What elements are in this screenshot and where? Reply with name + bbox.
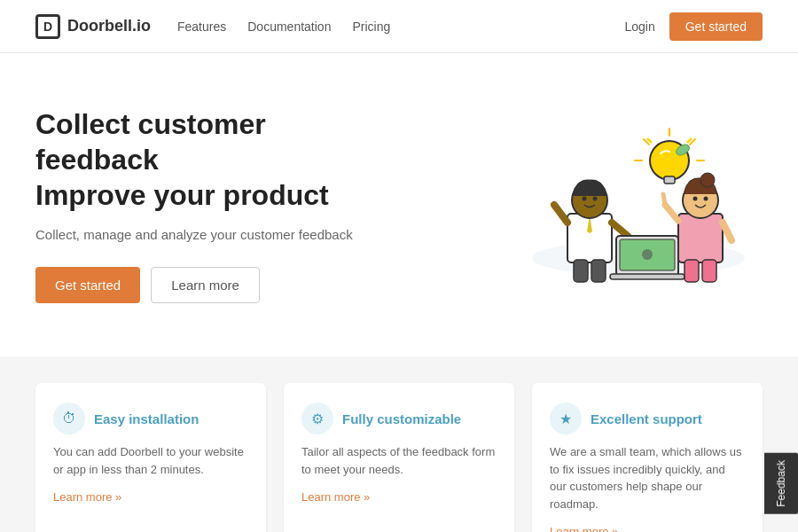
svg-line-4 (647, 138, 652, 143)
svg-rect-34 (702, 260, 716, 282)
svg-line-17 (554, 205, 567, 223)
logo[interactable]: D Doorbell.io (35, 14, 151, 39)
feature-link-fully-customizable[interactable]: Learn more » (301, 490, 370, 504)
svg-point-28 (693, 197, 698, 201)
svg-line-32 (723, 223, 732, 240)
login-button[interactable]: Login (624, 20, 654, 34)
svg-line-31 (663, 194, 665, 205)
nav-pricing[interactable]: Pricing (352, 20, 390, 34)
feature-link-excellent-support[interactable]: Learn more » (550, 525, 618, 532)
hero-subtitle: Collect, manage and analyze your custome… (35, 227, 390, 242)
hero-get-started-button[interactable]: Get started (35, 267, 140, 303)
feature-icon-fully-customizable: ⚙ (301, 403, 333, 434)
hero-illustration (514, 116, 763, 293)
svg-line-5 (687, 138, 692, 143)
svg-rect-33 (685, 260, 699, 282)
svg-point-16 (593, 197, 598, 201)
hero-section: Collect customer feedback Improve your p… (0, 53, 798, 356)
feature-card-easy-installation: ⏱ Easy installation You can add Doorbell… (35, 383, 266, 532)
navbar-actions: Login Get started (624, 12, 763, 41)
feature-title-fully-customizable: Fully customizable (342, 411, 461, 426)
hero-content: Collect customer feedback Improve your p… (35, 106, 390, 303)
navbar: D Doorbell.io Features Documentation Pri… (0, 0, 798, 53)
svg-point-23 (642, 249, 653, 260)
feature-desc-fully-customizable: Tailor all aspects of the feedback form … (301, 443, 497, 478)
feature-title-easy-installation: Easy installation (94, 411, 199, 426)
feature-header-easy-installation: ⏱ Easy installation (53, 403, 248, 434)
feature-desc-easy-installation: You can add Doorbell to your website or … (53, 443, 248, 478)
svg-rect-20 (591, 260, 606, 282)
feedback-button[interactable]: Feedback (764, 453, 798, 514)
svg-line-18 (612, 223, 628, 236)
logo-icon: D (35, 14, 60, 39)
nav-links: Features Documentation Pricing (177, 20, 624, 34)
feature-icon-easy-installation: ⏱ (53, 403, 85, 434)
svg-rect-19 (574, 260, 588, 282)
logo-text: Doorbell.io (67, 17, 151, 35)
hero-title: Collect customer feedback Improve your p… (35, 106, 390, 213)
nav-documentation[interactable]: Documentation (247, 20, 331, 34)
svg-rect-25 (678, 214, 723, 262)
svg-point-15 (583, 197, 587, 201)
svg-point-29 (704, 197, 708, 201)
feature-link-easy-installation[interactable]: Learn more » (53, 490, 121, 504)
features-section: ⏱ Easy installation You can add Doorbell… (0, 356, 798, 532)
feature-card-fully-customizable: ⚙ Fully customizable Tailor all aspects … (284, 383, 514, 532)
svg-rect-24 (610, 274, 685, 279)
hero-buttons: Get started Learn more (35, 267, 390, 303)
feature-icon-excellent-support: ★ (550, 403, 582, 434)
svg-line-30 (665, 205, 678, 221)
feature-header-excellent-support: ★ Excellent support (550, 403, 745, 434)
svg-rect-2 (664, 176, 675, 184)
svg-point-27 (700, 173, 715, 187)
hero-learn-more-button[interactable]: Learn more (151, 267, 260, 303)
feature-header-fully-customizable: ⚙ Fully customizable (301, 403, 497, 434)
features-grid: ⏱ Easy installation You can add Doorbell… (35, 383, 763, 532)
nav-features[interactable]: Features (177, 20, 226, 34)
feature-desc-excellent-support: We are a small team, which allows us to … (550, 443, 745, 512)
feature-card-excellent-support: ★ Excellent support We are a small team,… (532, 383, 763, 532)
get-started-nav-button[interactable]: Get started (669, 12, 763, 41)
feature-title-excellent-support: Excellent support (591, 411, 702, 426)
